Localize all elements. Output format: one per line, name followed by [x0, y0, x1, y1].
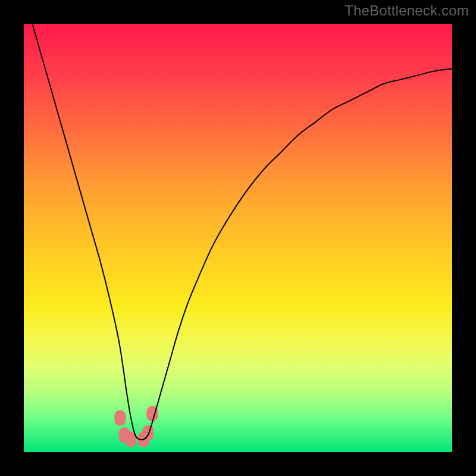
bottleneck-curve	[32, 24, 452, 440]
marker-left-knee	[114, 410, 126, 425]
chart-stage: TheBottleneck.com	[0, 0, 476, 476]
marker-right-base	[142, 425, 154, 440]
plot-svg	[24, 24, 452, 452]
plot-area	[24, 24, 452, 452]
watermark-text: TheBottleneck.com	[345, 2, 469, 19]
